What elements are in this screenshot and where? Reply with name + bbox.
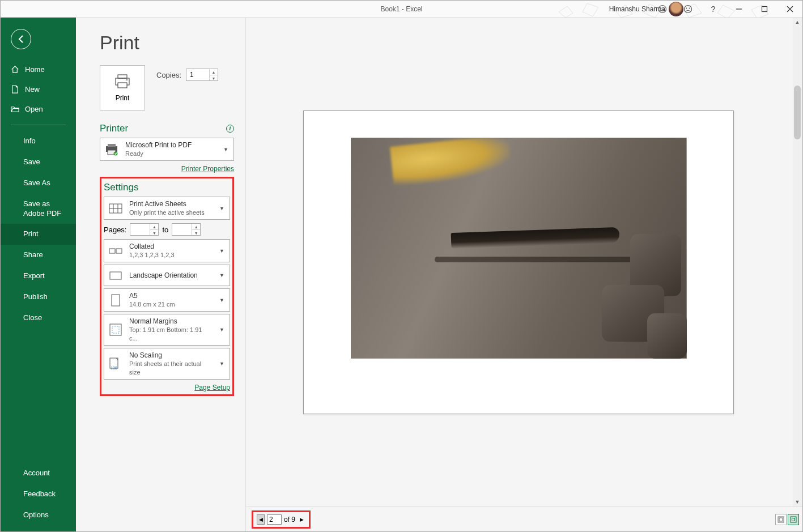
sidebar-label: New	[25, 85, 40, 93]
preview-vertical-scrollbar[interactable]: ▲ ▼	[793, 18, 802, 507]
print-area-selector[interactable]: Print Active Sheets Only print the activ…	[104, 197, 230, 220]
sidebar-item-info[interactable]: Info	[1, 131, 76, 152]
title-bar: Book1 - Excel Himanshu Sharma ?	[1, 1, 802, 18]
print-button[interactable]: Print	[100, 65, 145, 110]
print-settings-panel: Print Print Copies: ▲▼ Printer i	[76, 18, 246, 531]
current-page-input[interactable]	[267, 514, 282, 525]
print-preview-area: ▲ ▼ ◀ of 9 ▶	[246, 18, 802, 531]
orientation-selector[interactable]: Landscape Orientation ▼	[104, 265, 230, 286]
collate-icon	[108, 243, 124, 259]
copies-spinner[interactable]: ▲▼	[186, 69, 218, 81]
sidebar-item-close[interactable]: Close	[1, 308, 76, 329]
next-page-button[interactable]: ▶	[298, 514, 305, 525]
scaling-title: No Scaling	[129, 351, 212, 360]
print-area-sub: Only print the active sheets	[129, 208, 212, 217]
sidebar-item-options[interactable]: Options	[1, 505, 76, 526]
scroll-up-icon[interactable]: ▲	[793, 18, 802, 27]
margins-icon	[108, 322, 124, 338]
scaling-selector[interactable]: 100 No Scaling Print sheets at their act…	[104, 348, 230, 380]
sidebar-item-home[interactable]: Home	[1, 59, 76, 79]
preview-content-image	[351, 138, 687, 359]
svg-point-9	[663, 7, 664, 8]
spinner-up-icon[interactable]: ▲	[150, 224, 158, 230]
sidebar-item-save-adobe[interactable]: Save as Adobe PDF	[1, 194, 76, 224]
pages-to-label: to	[162, 225, 168, 234]
chevron-down-icon: ▼	[218, 361, 226, 367]
margins-selector[interactable]: Normal Margins Top: 1.91 cm Bottom: 1.91…	[104, 314, 230, 346]
printer-info-icon[interactable]: i	[226, 125, 234, 133]
window-title: Book1 - Excel	[380, 5, 422, 13]
paper-sub: 14.8 cm x 21 cm	[129, 300, 212, 309]
landscape-icon	[108, 267, 124, 283]
printer-icon	[113, 74, 131, 90]
sidebar-item-new[interactable]: New	[1, 79, 76, 99]
open-icon	[11, 105, 19, 113]
svg-point-10	[684, 5, 691, 12]
zoom-to-page-button[interactable]	[788, 514, 799, 525]
collate-title: Collated	[129, 242, 212, 251]
sidebar-label: Open	[25, 105, 43, 113]
collation-selector[interactable]: Collated 1,2,3 1,2,3 1,2,3 ▼	[104, 239, 230, 262]
pages-to-input[interactable]	[172, 224, 192, 235]
margins-title: Normal Margins	[129, 317, 212, 326]
paper-icon	[108, 292, 124, 308]
printer-properties-link[interactable]: Printer Properties	[181, 165, 234, 173]
copies-label: Copies:	[156, 71, 181, 79]
sidebar-item-feedback[interactable]: Feedback	[1, 484, 76, 505]
svg-point-7	[658, 5, 666, 12]
svg-point-11	[686, 7, 687, 8]
spinner-down-icon[interactable]: ▼	[150, 230, 158, 236]
svg-marker-1	[583, 3, 598, 16]
scroll-down-icon[interactable]: ▼	[793, 497, 802, 507]
spinner-up-icon[interactable]: ▲	[210, 69, 218, 75]
svg-rect-39	[791, 517, 796, 522]
paper-size-selector[interactable]: A5 14.8 cm x 21 cm ▼	[104, 288, 230, 312]
sidebar-item-save[interactable]: Save	[1, 152, 76, 173]
sidebar-item-save-as[interactable]: Save As	[1, 173, 76, 194]
svg-rect-19	[118, 83, 127, 88]
pages-from-spinner[interactable]: ▲▼	[130, 223, 159, 236]
sidebar-item-export[interactable]: Export	[1, 266, 76, 287]
svg-point-12	[689, 7, 690, 8]
chevron-down-icon: ▼	[218, 297, 226, 303]
svg-rect-17	[118, 75, 127, 78]
copies-input[interactable]	[186, 69, 209, 80]
help-button[interactable]: ?	[700, 1, 726, 18]
orientation-label: Landscape Orientation	[129, 271, 212, 280]
pages-to-spinner[interactable]: ▲▼	[172, 223, 201, 236]
new-icon	[11, 85, 19, 93]
coming-soon-smiley-icon[interactable]	[649, 1, 675, 18]
printer-selector[interactable]: Microsoft Print to PDF Ready ▼	[100, 138, 234, 161]
maximize-button[interactable]	[751, 1, 777, 18]
sheet-grid-icon	[108, 201, 124, 216]
svg-rect-14	[762, 6, 767, 11]
svg-rect-32	[112, 295, 120, 306]
preview-footer: ◀ of 9 ▶	[246, 507, 802, 531]
title-controls: ?	[649, 1, 802, 18]
svg-rect-38	[779, 518, 783, 521]
back-button[interactable]	[11, 29, 31, 49]
minimize-button[interactable]	[726, 1, 751, 18]
sidebar-item-print[interactable]: Print	[1, 224, 76, 245]
feedback-frown-icon[interactable]	[675, 1, 700, 18]
spinner-up-icon[interactable]: ▲	[192, 224, 200, 230]
sidebar-item-publish[interactable]: Publish	[1, 287, 76, 308]
pages-from-input[interactable]	[130, 224, 150, 235]
close-button[interactable]	[777, 1, 802, 18]
prev-page-button[interactable]: ◀	[257, 514, 265, 525]
sidebar-item-share[interactable]: Share	[1, 245, 76, 266]
show-margins-button[interactable]	[775, 514, 787, 525]
sidebar-item-account[interactable]: Account	[1, 463, 76, 484]
scrollbar-thumb[interactable]	[794, 86, 801, 139]
svg-rect-34	[112, 326, 119, 333]
settings-highlight-box: Settings Print Active Sheets Only print …	[100, 177, 234, 396]
spinner-down-icon[interactable]: ▼	[192, 230, 200, 236]
printer-heading: Printer	[100, 123, 128, 134]
spinner-down-icon[interactable]: ▼	[210, 75, 218, 82]
settings-heading: Settings	[104, 182, 138, 193]
svg-rect-30	[116, 249, 122, 253]
page-setup-link[interactable]: Page Setup	[194, 384, 230, 391]
sidebar-item-open[interactable]: Open	[1, 99, 76, 119]
page-title: Print	[100, 32, 234, 54]
chevron-down-icon: ▼	[218, 273, 226, 278]
